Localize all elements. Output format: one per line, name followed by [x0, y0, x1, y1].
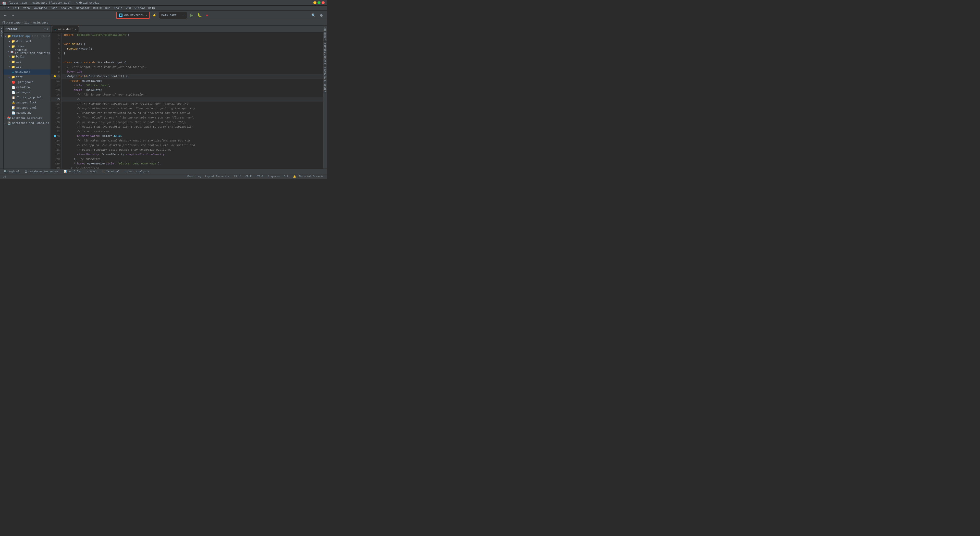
- notifications-icon[interactable]: 🔔: [293, 175, 296, 178]
- menu-build[interactable]: Build: [92, 6, 103, 11]
- close-button[interactable]: [321, 1, 325, 4]
- sidebar-item-idea[interactable]: ▸ 📁 .idea: [3, 44, 51, 49]
- menu-tools[interactable]: Tools: [112, 6, 124, 11]
- menu-file[interactable]: File: [1, 6, 11, 11]
- settings-button[interactable]: ⚙: [318, 12, 325, 19]
- status-position[interactable]: 15:11: [233, 175, 242, 178]
- status-theme[interactable]: Material Oceanic: [298, 175, 325, 178]
- code-line-25[interactable]: // the app on. For desktop platforms, th…: [62, 143, 323, 148]
- status-vcs[interactable]: ⎇: [2, 175, 7, 178]
- run-configuration-selector[interactable]: MAIN.DART ▾: [159, 12, 187, 19]
- status-encoding[interactable]: UTF-8: [255, 175, 264, 178]
- device-selector[interactable]: 📱 <NO DEVICES> ▾: [116, 12, 150, 19]
- flutter-hot-reload-icon[interactable]: ⚡: [151, 12, 158, 19]
- code-line-27[interactable]: visualDensity: VisualDensity.adaptivePla…: [62, 152, 323, 157]
- minimize-button[interactable]: [313, 1, 317, 4]
- sidebar-item-packages[interactable]: 📄 packages: [3, 90, 51, 95]
- breadcrumb-project[interactable]: flutter_app: [2, 21, 21, 24]
- status-git[interactable]: Git:: [283, 175, 291, 178]
- sidebar-item-build[interactable]: ▸ 📁 build: [3, 54, 51, 59]
- right-panel-inspector[interactable]: Inspector: [323, 26, 327, 41]
- code-line-6[interactable]: [62, 56, 323, 60]
- sidebar-item-main-dart[interactable]: ◇ main.dart: [3, 69, 51, 75]
- run-button[interactable]: ▶: [188, 12, 195, 19]
- breadcrumb-lib[interactable]: lib: [24, 21, 29, 24]
- toolbar-forward-button[interactable]: →: [10, 12, 16, 19]
- editor-tab-main-dart[interactable]: ◇ main.dart ✕: [52, 26, 79, 32]
- code-line-4[interactable]: runApp(MyApp());: [62, 46, 323, 51]
- code-line-20[interactable]: // or simply save your changes to "hot r…: [62, 120, 323, 124]
- bottom-tab-database-inspector[interactable]: 🗄 Database Inspector: [22, 169, 61, 174]
- sidebar-item-ios[interactable]: ▸ 📁 ios: [3, 59, 51, 64]
- menu-analyze[interactable]: Analyze: [59, 6, 74, 11]
- status-layout-inspector[interactable]: Layout Inspector: [204, 175, 231, 178]
- code-line-14[interactable]: // This is the theme of your application…: [62, 93, 323, 97]
- code-line-13[interactable]: theme: ThemeData(: [62, 88, 323, 93]
- code-line-16[interactable]: // Try running your application with "fl…: [62, 102, 323, 106]
- menu-run[interactable]: Run: [103, 6, 112, 11]
- breadcrumb-file[interactable]: main.dart: [33, 21, 48, 24]
- sidebar-item-test[interactable]: ▸ 📁 test: [3, 75, 51, 80]
- code-line-17[interactable]: // application has a blue toolbar. Then,…: [62, 106, 323, 111]
- code-line-8[interactable]: // This widget is the root of your appli…: [62, 65, 323, 69]
- code-line-5[interactable]: }: [62, 51, 323, 56]
- sidebar-collapse-icon[interactable]: ≡: [44, 27, 46, 31]
- sidebar-item-gitignore[interactable]: 🔴 .gitignore: [3, 80, 51, 85]
- code-line-15[interactable]: //: [62, 97, 323, 102]
- sidebar-item-pubspec-yaml[interactable]: 📝 pubspec.yaml: [3, 105, 51, 110]
- status-indent[interactable]: 2 spaces: [266, 175, 281, 178]
- code-lines[interactable]: import 'package:flutter/material.dart'; …: [62, 33, 323, 169]
- code-line-30[interactable]: ); // MaterialApp: [62, 166, 323, 169]
- menu-vcs[interactable]: VCS: [124, 6, 132, 11]
- bottom-tab-logical[interactable]: ☰ Logical: [2, 169, 21, 174]
- code-line-29[interactable]: └ home: MyHomePage(title: 'Flutter Demo …: [62, 161, 323, 166]
- menu-navigate[interactable]: Navigate: [32, 6, 48, 11]
- sidebar-item-iml[interactable]: 📋 flutter_app.iml: [3, 95, 51, 100]
- code-line-11[interactable]: return MaterialApp(: [62, 79, 323, 83]
- bottom-tab-todo[interactable]: ✓ TODO: [85, 169, 99, 174]
- bottom-tab-terminal[interactable]: ⬛ Terminal: [100, 169, 122, 174]
- tab-close-button[interactable]: ✕: [75, 28, 76, 31]
- sidebar-item-flutter-app[interactable]: ▾ 📁 flutter_app E:\flutter\flutter_app: [3, 34, 51, 39]
- menu-window[interactable]: Window: [133, 6, 146, 11]
- right-panel-flutter-outline[interactable]: Flutter Outline: [323, 41, 327, 65]
- sidebar-item-lib[interactable]: ▾ 📁 lib: [3, 64, 51, 69]
- bottom-tab-profiler[interactable]: 📊 Profiler: [62, 169, 84, 174]
- menu-help[interactable]: Help: [147, 6, 156, 11]
- stop-button[interactable]: ■: [204, 12, 210, 19]
- code-line-22[interactable]: // is not restarted.: [62, 129, 323, 134]
- status-event-log[interactable]: Event Log: [186, 175, 202, 178]
- code-line-26[interactable]: // closer together (more dense) than on …: [62, 148, 323, 152]
- right-panel-flutter-perf[interactable]: Flutter Performance: [323, 65, 327, 95]
- menu-edit[interactable]: Edit: [11, 6, 21, 11]
- sidebar-item-readme[interactable]: 📄 README.md: [3, 110, 51, 115]
- code-line-23[interactable]: primarySwatch: Colors.blue,: [62, 134, 323, 139]
- project-panel-button[interactable]: Project: [0, 27, 3, 38]
- code-line-2[interactable]: [62, 37, 323, 42]
- code-line-28[interactable]: ), // ThemeData: [62, 157, 323, 161]
- code-line-12[interactable]: title: 'Flutter Demo',: [62, 83, 323, 88]
- code-line-24[interactable]: // This makes the visual density adapt t…: [62, 139, 323, 143]
- sidebar-item-scratches[interactable]: ▸ 📓 Scratches and Consoles: [3, 121, 51, 126]
- code-line-21[interactable]: // Notice that the counter didn't reset …: [62, 124, 323, 129]
- code-line-18[interactable]: // changing the primarySwatch below to C…: [62, 111, 323, 115]
- status-line-endings[interactable]: CRLF: [245, 175, 253, 178]
- sidebar-item-android[interactable]: ▸ 🤖 android [flutter_app_android]: [3, 49, 51, 54]
- code-line-9[interactable]: @override: [62, 69, 323, 74]
- sidebar-item-external-libraries[interactable]: ▸ 📚 External Libraries: [3, 115, 51, 121]
- sidebar-settings-icon[interactable]: ⚙: [47, 27, 48, 31]
- bottom-tab-dart-analysis[interactable]: ◇ Dart Analysis: [123, 169, 151, 174]
- code-line-7[interactable]: class MyApp extends StatelessWidget {: [62, 60, 323, 65]
- code-line-3[interactable]: void main() {: [62, 42, 323, 46]
- code-line-10[interactable]: Widget build(BuildContext context) {: [62, 74, 323, 79]
- maximize-button[interactable]: [318, 1, 321, 4]
- code-editor[interactable]: 1 2 3 4 5 6 7 8 9 10 11 12 13 14 15: [51, 33, 323, 169]
- debug-button[interactable]: 🐛: [196, 12, 204, 19]
- code-line-19[interactable]: // "hot reload" (press "r" in the consol…: [62, 115, 323, 120]
- search-everywhere-button[interactable]: 🔍: [310, 12, 317, 19]
- sidebar-item-dart-tool[interactable]: ▸ 📁 dart_tool: [3, 39, 51, 44]
- menu-refactor[interactable]: Refactor: [75, 6, 91, 11]
- menu-code[interactable]: Code: [49, 6, 59, 11]
- menu-view[interactable]: View: [22, 6, 32, 11]
- code-line-1[interactable]: import 'package:flutter/material.dart';: [62, 33, 323, 37]
